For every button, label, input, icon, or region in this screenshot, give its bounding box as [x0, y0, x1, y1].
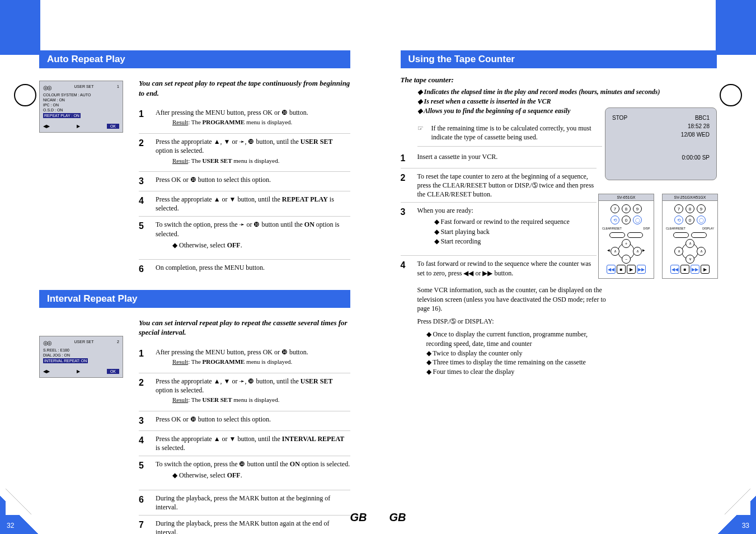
- disp-button-icon: ◯: [633, 216, 642, 224]
- remote-caption: SV-251GX/451GX: [663, 194, 717, 201]
- page-corner-right: 33: [718, 496, 756, 534]
- step-text: During the playback, press the MARK butt…: [156, 494, 350, 512]
- step-result: Result: The PROGRAMME menu is displayed.: [172, 358, 350, 366]
- note-text: If the remaining time is to be calculate…: [431, 124, 602, 142]
- tail-para-2: Press DISP./➄ or DISPLAY:: [417, 317, 608, 326]
- step-text: To switch the option, press the ➛ or ❿ b…: [156, 221, 339, 237]
- page-number: 33: [742, 522, 749, 530]
- mini-page: 1: [117, 85, 119, 91]
- disp-label: DISP.: [644, 227, 650, 230]
- step-result: Result: The USER SET menu is displayed.: [172, 157, 350, 165]
- step-text: Press OK or ❿ button to select this opti…: [156, 415, 350, 427]
- step-num: 4: [139, 195, 149, 213]
- step-num: 1: [139, 348, 149, 369]
- step-text: Press the appropriate ▲, ▼ or ➛, ❿ butto…: [156, 377, 332, 394]
- mini-selected: REPEAT PLAY : ON: [43, 113, 81, 118]
- step-num: 2: [401, 172, 411, 199]
- step-num: 5: [139, 460, 149, 486]
- step-num: 7: [139, 519, 149, 534]
- clear-reset-button-icon: ⟲: [611, 216, 619, 224]
- osd-time: 18:52 28: [612, 123, 710, 129]
- remote-a: SV-651GX 789 ⟲0◯ CLEAR/RESETDISP. +− ∧∧ …: [598, 194, 654, 279]
- step-num: 3: [139, 175, 149, 188]
- play-icon: ▶: [77, 124, 80, 129]
- step-text: Press the appropriate ▲ or ▼ button, unt…: [156, 195, 350, 213]
- mini-item: IPC : ON: [43, 103, 119, 107]
- step-num: 4: [401, 259, 411, 277]
- display-label: DISPLAY: [702, 227, 714, 230]
- left-top-strip: [0, 0, 40, 55]
- dpad-icon: ∧∨ ∧∧: [674, 240, 706, 263]
- step-text: To switch the option, press the ❿ button…: [156, 460, 350, 468]
- step-num: 3: [401, 206, 411, 252]
- step-num: 6: [139, 494, 149, 512]
- title-auto-repeat: Auto Repeat Play: [39, 50, 350, 68]
- mini-title: USER SET: [74, 340, 94, 346]
- mini-selected: INTERVAL REPEAT: ON: [43, 358, 88, 363]
- step-text: On completion, press the MENU button.: [156, 263, 350, 275]
- step-num: 1: [139, 108, 149, 130]
- osd-counter: 0:00:00 SP: [612, 154, 710, 161]
- step-text: After pressing the MENU button, press OK…: [156, 348, 308, 356]
- page-number: 32: [7, 522, 14, 530]
- step-text: Insert a cassette in your VCR.: [417, 152, 597, 165]
- section-a-body: ◎◎ USER SET 1 COLOUR SYSTEM : AUTO NICAM…: [39, 75, 350, 282]
- step-text: Press the appropriate ▲, ▼ or ➛, ❿ butto…: [156, 138, 332, 154]
- step-text: Press OK or ❿ button to select this opti…: [156, 175, 350, 188]
- hand-icon: [417, 124, 424, 142]
- dial-circle-left: [14, 84, 36, 106]
- clear-reset-label: CLEAR/RESET: [602, 227, 622, 230]
- intro-a: You can set repeat play to repeat the ta…: [139, 78, 350, 98]
- osd-status: STOP: [612, 115, 627, 121]
- ok-badge: OK: [107, 369, 119, 374]
- ok-badge: OK: [107, 124, 119, 129]
- step-num: 4: [139, 434, 149, 452]
- step-sublist: Fast forward or rewind to the required s…: [434, 217, 597, 246]
- step-text: After pressing the MENU button, press OK…: [156, 109, 308, 116]
- clear-reset-label: CLEAR/RESET: [666, 227, 685, 230]
- display-button-icon: ◯: [697, 216, 706, 224]
- remote-b: SV-251GX/451GX 789 ⟲0◯ CLEAR/RESETDISPLA…: [662, 194, 718, 279]
- mini-item: O.S.D : ON: [43, 108, 119, 112]
- step-result: Result: The USER SET menu is displayed.: [172, 396, 350, 404]
- mini-screen-b: ◎◎ USER SET 2 S.REEL : E180 DIAL JOG : O…: [39, 336, 123, 378]
- step-result: Result: The PROGRAMME menu is displayed.: [172, 118, 350, 127]
- remote-caption: SV-651GX: [599, 194, 654, 201]
- clear-reset-button-icon: ⟲: [674, 216, 683, 224]
- step-text: Press the appropriate ▲ or ▼ button, unt…: [156, 434, 350, 452]
- left-page: Auto Repeat Play ◎◎ USER SET 1 COLOUR SY…: [0, 0, 378, 534]
- cassette-icon: ◎◎: [43, 340, 51, 346]
- remote-diagrams: SV-651GX 789 ⟲0◯ CLEAR/RESETDISP. +− ∧∧ …: [598, 194, 718, 279]
- arrows-icon: ◀▶: [43, 369, 50, 374]
- mini-item: COLOUR SYSTEM : AUTO: [43, 93, 119, 97]
- mini-screen-a: ◎◎ USER SET 1 COLOUR SYSTEM : AUTO NICAM…: [39, 81, 123, 133]
- note-block: If the remaining time is to be calculate…: [417, 124, 602, 147]
- section-b-body: ◎◎ USER SET 2 S.REEL : E180 DIAL JOG : O…: [39, 315, 350, 534]
- step-sublist: Otherwise, select OFF.: [172, 471, 350, 480]
- intro-b: You can set interval repeat play to repe…: [139, 318, 350, 338]
- arrows-icon: ◀▶: [43, 124, 50, 129]
- step-text: When you are ready:: [417, 207, 473, 214]
- step-text: To reset the tape counter to zero at the…: [417, 172, 597, 199]
- osd-date: 12/08 WED: [612, 132, 710, 138]
- osd-channel: BBC1: [695, 115, 710, 121]
- tail-list: Once to display the current function, pr…: [426, 330, 611, 377]
- transport-icons: ◀◀■▶▶▶: [602, 265, 650, 274]
- region-label: GB: [350, 511, 367, 524]
- step-num: 5: [139, 220, 149, 256]
- right-top-strip: [716, 0, 756, 55]
- cassette-icon: ◎◎: [43, 85, 51, 91]
- step-num: 3: [139, 415, 149, 427]
- play-icon: ▶: [77, 369, 80, 374]
- tail-para-1: Some VCR information, such as the counte…: [417, 285, 608, 313]
- title-interval-repeat: Interval Repeat Play: [39, 290, 350, 308]
- dial-circle-right: [720, 84, 742, 106]
- region-label: GB: [389, 511, 406, 524]
- step-num: 2: [139, 137, 149, 168]
- mini-title: USER SET: [74, 85, 94, 91]
- step-num: 2: [139, 377, 149, 407]
- mini-page: 2: [117, 340, 119, 346]
- mini-item: S.REEL : E180: [43, 348, 119, 352]
- step-num: 6: [139, 263, 149, 275]
- step-text: During the playback, press the MARK butt…: [156, 519, 330, 534]
